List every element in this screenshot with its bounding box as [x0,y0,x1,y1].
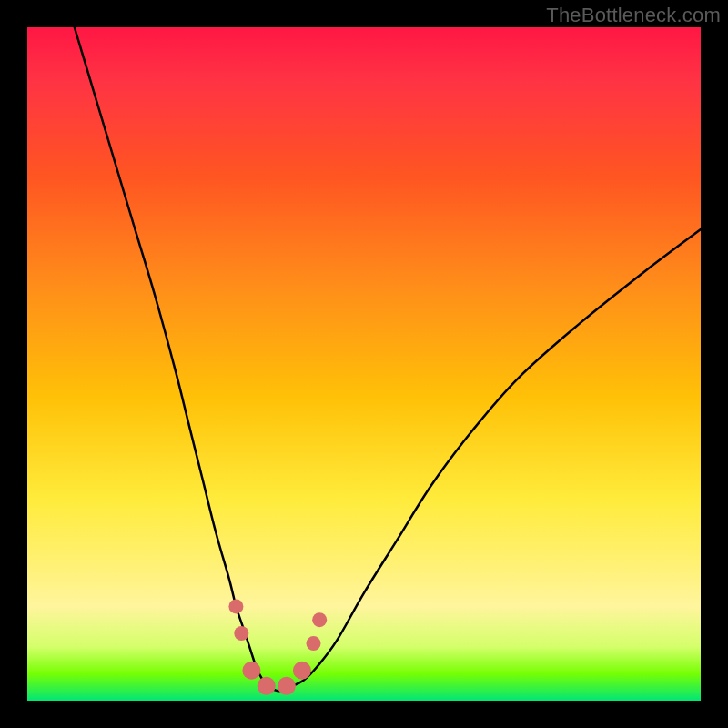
highlight-marker [278,677,296,695]
highlighted-points-group [228,599,327,694]
highlight-marker [258,677,276,695]
highlight-marker [228,599,243,613]
highlight-marker [234,626,248,641]
highlight-marker [312,612,327,627]
highlight-marker [293,662,311,680]
bottleneck-curve-svg [0,0,728,728]
highlight-marker [307,636,321,651]
highlight-marker [242,662,260,680]
watermark-text: TheBottleneck.com [546,4,721,27]
bottleneck-curve-path [75,27,701,691]
